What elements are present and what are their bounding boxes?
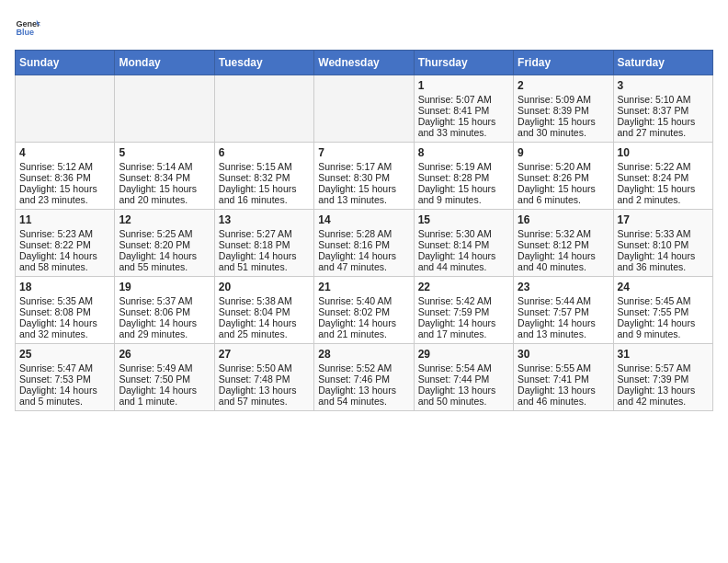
day-number: 9	[518, 146, 609, 159]
day-number: 30	[518, 348, 609, 361]
header-row: SundayMondayTuesdayWednesdayThursdayFrid…	[16, 51, 713, 75]
cell-info-line: Daylight: 14 hours	[219, 250, 310, 261]
cell-info-line: Sunset: 8:26 PM	[518, 172, 609, 183]
logo: General Blue	[15, 15, 44, 40]
cell-info-line: Sunset: 7:44 PM	[418, 373, 509, 385]
cell-info-line: Sunset: 8:02 PM	[318, 306, 409, 317]
calendar-cell: 28Sunrise: 5:52 AMSunset: 7:46 PMDayligh…	[314, 344, 414, 411]
day-number: 6	[219, 146, 310, 159]
cell-info-line: Sunset: 8:37 PM	[618, 105, 709, 116]
page-header: General Blue	[15, 15, 713, 40]
cell-info-line: Daylight: 14 hours	[418, 317, 509, 328]
cell-info-line: and 20 minutes.	[119, 194, 210, 205]
cell-info-line: Sunrise: 5:40 AM	[318, 295, 409, 306]
cell-info-line: Sunset: 8:41 PM	[418, 105, 509, 116]
calendar-week-row: 4Sunrise: 5:12 AMSunset: 8:36 PMDaylight…	[16, 143, 713, 210]
cell-info-line: Sunset: 7:48 PM	[219, 373, 310, 385]
cell-info-line: Daylight: 14 hours	[119, 385, 210, 396]
day-number: 7	[318, 146, 409, 159]
cell-info-line: and 5 minutes.	[19, 396, 110, 407]
cell-info-line: Sunrise: 5:47 AM	[19, 362, 110, 373]
day-number: 4	[19, 146, 110, 159]
cell-info-line: Daylight: 14 hours	[518, 317, 609, 328]
cell-info-line: and 9 minutes.	[618, 328, 709, 339]
cell-info-line: Sunset: 7:53 PM	[19, 373, 110, 385]
cell-info-line: Sunset: 8:34 PM	[119, 172, 210, 183]
cell-info-line: Daylight: 15 hours	[318, 183, 409, 194]
cell-info-line: Daylight: 13 hours	[318, 385, 409, 396]
calendar-week-row: 25Sunrise: 5:47 AMSunset: 7:53 PMDayligh…	[16, 344, 713, 411]
cell-info-line: Sunset: 7:55 PM	[618, 306, 709, 317]
weekday-header: Thursday	[414, 51, 513, 75]
cell-info-line: Sunset: 8:20 PM	[119, 239, 210, 250]
cell-info-line: Daylight: 15 hours	[418, 116, 509, 127]
cell-info-line: Sunset: 8:10 PM	[618, 239, 709, 250]
cell-info-line: Sunrise: 5:20 AM	[518, 161, 609, 172]
cell-info-line: Sunset: 7:39 PM	[618, 373, 709, 385]
cell-info-line: Daylight: 15 hours	[518, 116, 609, 127]
calendar-cell: 8Sunrise: 5:19 AMSunset: 8:28 PMDaylight…	[414, 143, 513, 210]
day-number: 10	[618, 146, 709, 159]
cell-info-line: Sunset: 8:18 PM	[219, 239, 310, 250]
cell-info-line: Sunset: 8:12 PM	[518, 239, 609, 250]
cell-info-line: and 47 minutes.	[318, 261, 409, 272]
cell-info-line: Daylight: 15 hours	[518, 183, 609, 194]
day-number: 26	[119, 348, 210, 361]
cell-info-line: Sunrise: 5:25 AM	[119, 228, 210, 239]
calendar-cell: 24Sunrise: 5:45 AMSunset: 7:55 PMDayligh…	[613, 277, 712, 344]
cell-info-line: Sunset: 8:14 PM	[418, 239, 509, 250]
cell-info-line: and 51 minutes.	[219, 261, 310, 272]
day-number: 17	[618, 213, 709, 226]
cell-info-line: Sunrise: 5:22 AM	[618, 161, 709, 172]
day-number: 16	[518, 213, 609, 226]
cell-info-line: Sunrise: 5:12 AM	[19, 161, 110, 172]
calendar-cell: 1Sunrise: 5:07 AMSunset: 8:41 PMDaylight…	[414, 75, 513, 143]
cell-info-line: Sunset: 8:36 PM	[19, 172, 110, 183]
calendar-cell: 2Sunrise: 5:09 AMSunset: 8:39 PMDaylight…	[514, 75, 613, 143]
cell-info-line: Sunrise: 5:30 AM	[418, 228, 509, 239]
cell-info-line: and 1 minute.	[119, 396, 210, 407]
cell-info-line: Sunset: 8:24 PM	[618, 172, 709, 183]
cell-info-line: Sunrise: 5:07 AM	[418, 94, 509, 105]
cell-info-line: Daylight: 14 hours	[618, 317, 709, 328]
calendar-cell: 22Sunrise: 5:42 AMSunset: 7:59 PMDayligh…	[414, 277, 513, 344]
cell-info-line: Sunrise: 5:19 AM	[418, 161, 509, 172]
cell-info-line: and 30 minutes.	[518, 127, 609, 138]
cell-info-line: and 32 minutes.	[19, 328, 110, 339]
weekday-header: Saturday	[613, 51, 712, 75]
cell-info-line: Sunrise: 5:50 AM	[219, 362, 310, 373]
calendar-cell: 14Sunrise: 5:28 AMSunset: 8:16 PMDayligh…	[314, 210, 414, 277]
cell-info-line: and 25 minutes.	[219, 328, 310, 339]
calendar-cell: 31Sunrise: 5:57 AMSunset: 7:39 PMDayligh…	[613, 344, 712, 411]
cell-info-line: Sunrise: 5:28 AM	[318, 228, 409, 239]
cell-info-line: Sunrise: 5:49 AM	[119, 362, 210, 373]
weekday-header: Monday	[115, 51, 214, 75]
calendar-week-row: 11Sunrise: 5:23 AMSunset: 8:22 PMDayligh…	[16, 210, 713, 277]
cell-info-line: Daylight: 15 hours	[418, 183, 509, 194]
calendar-cell: 30Sunrise: 5:55 AMSunset: 7:41 PMDayligh…	[514, 344, 613, 411]
weekday-header: Tuesday	[214, 51, 313, 75]
cell-info-line: Daylight: 15 hours	[219, 183, 310, 194]
day-number: 2	[518, 79, 609, 92]
day-number: 14	[318, 213, 409, 226]
cell-info-line: Sunrise: 5:38 AM	[219, 295, 310, 306]
cell-info-line: Sunrise: 5:55 AM	[518, 362, 609, 373]
cell-info-line: Sunrise: 5:44 AM	[518, 295, 609, 306]
cell-info-line: Sunset: 8:32 PM	[219, 172, 310, 183]
day-number: 24	[618, 281, 709, 293]
cell-info-line: and 40 minutes.	[518, 261, 609, 272]
day-number: 11	[19, 213, 110, 226]
calendar-cell	[115, 75, 214, 143]
cell-info-line: Sunrise: 5:09 AM	[518, 94, 609, 105]
cell-info-line: Daylight: 14 hours	[418, 250, 509, 261]
cell-info-line: and 13 minutes.	[518, 328, 609, 339]
cell-info-line: Daylight: 14 hours	[19, 250, 110, 261]
calendar-cell: 16Sunrise: 5:32 AMSunset: 8:12 PMDayligh…	[514, 210, 613, 277]
cell-info-line: Sunrise: 5:27 AM	[219, 228, 310, 239]
cell-info-line: Daylight: 14 hours	[518, 250, 609, 261]
day-number: 18	[19, 281, 110, 293]
svg-text:Blue: Blue	[16, 28, 34, 37]
day-number: 19	[119, 281, 210, 293]
cell-info-line: Sunset: 8:39 PM	[518, 105, 609, 116]
cell-info-line: and 17 minutes.	[418, 328, 509, 339]
